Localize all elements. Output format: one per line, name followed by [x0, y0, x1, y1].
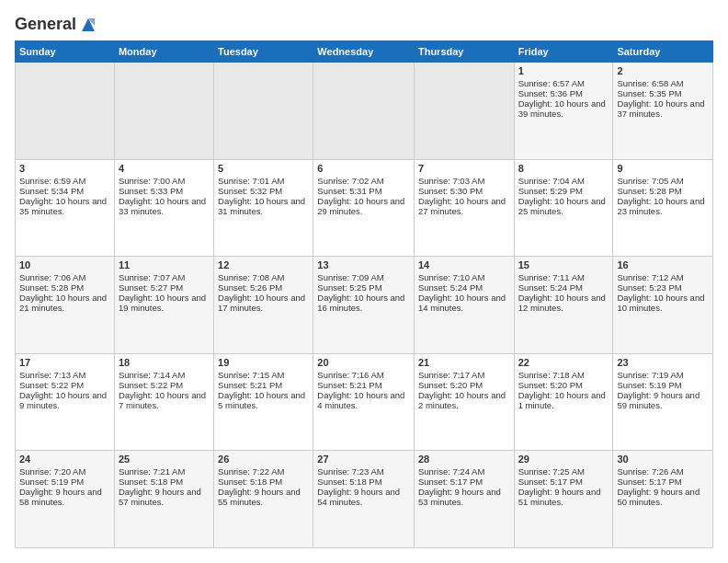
day-cell: 11Sunrise: 7:07 AMSunset: 5:27 PMDayligh… — [114, 257, 213, 354]
day-cell: 5Sunrise: 7:01 AMSunset: 5:32 PMDaylight… — [214, 159, 313, 257]
day-number: 21 — [418, 357, 510, 368]
day-info: Sunrise: 7:04 AM — [518, 176, 609, 186]
day-info: Daylight: 10 hours and 31 minutes. — [218, 196, 309, 216]
day-info: Sunset: 5:28 PM — [617, 186, 709, 196]
day-info: Sunrise: 7:01 AM — [218, 176, 309, 186]
day-info: Daylight: 10 hours and 37 minutes. — [617, 98, 709, 119]
day-number: 12 — [218, 259, 309, 270]
day-info: Sunrise: 6:57 AM — [518, 78, 609, 88]
day-info: Daylight: 10 hours and 33 minutes. — [119, 196, 210, 216]
day-info: Sunset: 5:30 PM — [418, 186, 510, 196]
page: General SundayMondayTuesdayWednesdayThur… — [0, 0, 728, 563]
day-info: Sunrise: 7:25 AM — [518, 466, 609, 477]
day-info: Sunrise: 7:18 AM — [518, 370, 609, 380]
day-info: Sunrise: 7:05 AM — [617, 176, 709, 186]
header-cell-wednesday: Wednesday — [313, 41, 415, 63]
day-number: 30 — [617, 454, 709, 465]
day-info: Sunrise: 7:14 AM — [119, 370, 210, 380]
day-number: 20 — [317, 357, 410, 368]
day-cell: 6Sunrise: 7:02 AMSunset: 5:31 PMDaylight… — [313, 159, 415, 257]
day-number: 2 — [617, 65, 709, 76]
day-info: Daylight: 10 hours and 23 minutes. — [617, 196, 709, 216]
day-cell — [16, 63, 115, 160]
day-info: Sunset: 5:24 PM — [518, 282, 609, 293]
week-row-1: 1Sunrise: 6:57 AMSunset: 5:36 PMDaylight… — [16, 63, 713, 160]
day-number: 9 — [617, 163, 709, 174]
day-number: 19 — [218, 357, 309, 368]
day-cell: 20Sunrise: 7:16 AMSunset: 5:21 PMDayligh… — [313, 353, 415, 451]
day-info: Daylight: 10 hours and 21 minutes. — [19, 293, 110, 313]
day-cell: 15Sunrise: 7:11 AMSunset: 5:24 PMDayligh… — [514, 257, 613, 354]
day-info: Sunrise: 7:06 AM — [19, 272, 110, 282]
day-info: Sunrise: 7:15 AM — [218, 370, 309, 380]
day-cell — [114, 63, 213, 160]
day-cell: 28Sunrise: 7:24 AMSunset: 5:17 PMDayligh… — [414, 451, 514, 548]
day-info: Daylight: 10 hours and 10 minutes. — [617, 293, 709, 313]
day-info: Sunrise: 7:26 AM — [617, 466, 709, 477]
day-info: Sunrise: 7:11 AM — [518, 272, 609, 282]
day-cell — [214, 63, 313, 160]
day-info: Sunrise: 7:20 AM — [19, 466, 110, 477]
day-info: Daylight: 10 hours and 1 minute. — [518, 390, 609, 410]
day-info: Sunset: 5:27 PM — [119, 282, 210, 293]
day-number: 8 — [518, 163, 609, 174]
day-number: 4 — [119, 163, 210, 174]
day-info: Daylight: 9 hours and 57 minutes. — [119, 487, 210, 507]
day-number: 23 — [617, 357, 709, 368]
day-cell: 19Sunrise: 7:15 AMSunset: 5:21 PMDayligh… — [214, 353, 313, 451]
day-info: Sunrise: 7:12 AM — [617, 272, 709, 282]
day-info: Sunset: 5:33 PM — [119, 186, 210, 196]
day-info: Sunset: 5:25 PM — [317, 282, 410, 293]
day-info: Sunset: 5:17 PM — [418, 477, 510, 487]
day-info: Sunset: 5:20 PM — [518, 380, 609, 390]
day-info: Sunrise: 7:10 AM — [418, 272, 510, 282]
day-info: Sunrise: 6:58 AM — [617, 78, 709, 88]
day-info: Sunrise: 7:23 AM — [317, 466, 410, 477]
day-number: 22 — [518, 357, 609, 368]
day-info: Sunrise: 7:21 AM — [119, 466, 210, 477]
day-number: 5 — [218, 163, 309, 174]
day-info: Sunset: 5:29 PM — [518, 186, 609, 196]
day-number: 3 — [19, 163, 110, 174]
day-cell: 27Sunrise: 7:23 AMSunset: 5:18 PMDayligh… — [313, 451, 415, 548]
day-info: Sunrise: 7:24 AM — [418, 466, 510, 477]
day-info: Daylight: 10 hours and 39 minutes. — [518, 98, 609, 119]
day-number: 24 — [19, 454, 110, 465]
day-info: Sunset: 5:34 PM — [19, 186, 110, 196]
day-cell: 24Sunrise: 7:20 AMSunset: 5:19 PMDayligh… — [16, 451, 115, 548]
day-info: Daylight: 10 hours and 25 minutes. — [518, 196, 609, 216]
week-row-5: 24Sunrise: 7:20 AMSunset: 5:19 PMDayligh… — [16, 451, 713, 548]
day-info: Sunrise: 7:19 AM — [617, 370, 709, 380]
day-info: Sunrise: 7:22 AM — [218, 466, 309, 477]
day-number: 15 — [518, 259, 609, 270]
day-info: Daylight: 10 hours and 9 minutes. — [19, 390, 110, 410]
calendar: SundayMondayTuesdayWednesdayThursdayFrid… — [15, 40, 713, 548]
day-number: 25 — [119, 454, 210, 465]
week-row-4: 17Sunrise: 7:13 AMSunset: 5:22 PMDayligh… — [16, 353, 713, 451]
day-cell — [313, 63, 415, 160]
day-info: Sunrise: 7:08 AM — [218, 272, 309, 282]
day-cell: 23Sunrise: 7:19 AMSunset: 5:19 PMDayligh… — [613, 353, 713, 451]
day-info: Sunset: 5:24 PM — [418, 282, 510, 293]
header-row: SundayMondayTuesdayWednesdayThursdayFrid… — [16, 41, 713, 63]
day-cell: 16Sunrise: 7:12 AMSunset: 5:23 PMDayligh… — [613, 257, 713, 354]
day-number: 6 — [317, 163, 410, 174]
day-info: Sunset: 5:32 PM — [218, 186, 309, 196]
day-info: Daylight: 10 hours and 29 minutes. — [317, 196, 410, 216]
day-info: Sunset: 5:17 PM — [617, 477, 709, 487]
day-info: Daylight: 9 hours and 59 minutes. — [617, 390, 709, 410]
day-info: Daylight: 10 hours and 5 minutes. — [218, 390, 309, 410]
day-info: Sunset: 5:18 PM — [218, 477, 309, 487]
day-info: Sunrise: 7:07 AM — [119, 272, 210, 282]
header-cell-monday: Monday — [114, 41, 213, 63]
day-info: Sunset: 5:21 PM — [317, 380, 410, 390]
calendar-table: SundayMondayTuesdayWednesdayThursdayFrid… — [15, 40, 713, 548]
day-info: Sunrise: 7:16 AM — [317, 370, 410, 380]
logo-icon — [78, 15, 98, 35]
day-number: 18 — [119, 357, 210, 368]
logo: General — [15, 15, 98, 31]
week-row-3: 10Sunrise: 7:06 AMSunset: 5:28 PMDayligh… — [16, 257, 713, 354]
day-info: Sunset: 5:20 PM — [418, 380, 510, 390]
day-number: 16 — [617, 259, 709, 270]
day-cell: 13Sunrise: 7:09 AMSunset: 5:25 PMDayligh… — [313, 257, 415, 354]
